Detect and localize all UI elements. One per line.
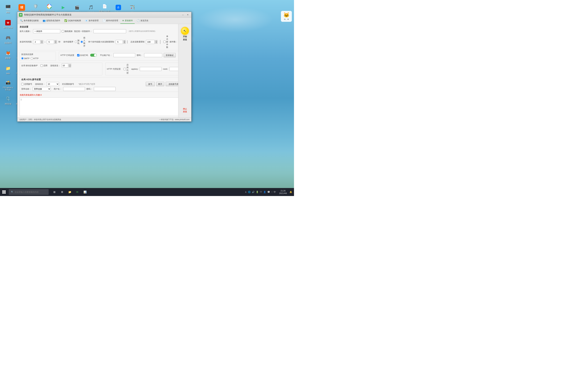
tray-ime[interactable]: 中 (273, 190, 276, 194)
log-cursor: | (21, 98, 22, 100)
reply-email-input[interactable] (94, 29, 126, 33)
desktop-icon-wps[interactable]: W WPS Office (2, 17, 14, 32)
total-max-input[interactable] (146, 40, 154, 44)
footer-left: 当前用户：1001 - 本软件禁止用于任何非法违规用途 (19, 118, 61, 121)
total-max-down[interactable]: ▼ (155, 42, 158, 44)
taskbar-search-bar[interactable]: 🔍 (9, 189, 49, 195)
dial-button[interactable]: 拨号 (146, 82, 155, 86)
tray-volume[interactable]: 🔊 (252, 190, 255, 194)
http-daima-row: HTTP 打码设置 自动打码 平台账户名： 密码： (60, 53, 188, 57)
taskbar-clock[interactable]: 21:26 2021/4/6 (278, 190, 288, 195)
group-send-tab-icon: ✈ (122, 19, 124, 22)
daima-password-input[interactable] (144, 53, 162, 57)
tray-shield[interactable]: 🛡 (260, 190, 262, 194)
adsl-password-input[interactable] (94, 87, 116, 91)
svg-rect-3 (4, 190, 6, 192)
login-verify-button[interactable]: 登录验证 (164, 53, 176, 57)
stop-label-line1[interactable]: 停止 (183, 108, 187, 110)
sender-name-input[interactable] (33, 29, 60, 33)
taskbar-task-view[interactable]: ⊞ (51, 188, 58, 196)
settings-icon: ⚙ (61, 190, 63, 194)
http-radio[interactable]: HTTP (31, 57, 39, 60)
desktop-icon-data[interactable]: 📁 data (2, 62, 14, 77)
tray-share[interactable]: ↑ (271, 190, 273, 194)
taskbar: 🔍 ⊞ ⚙ 📁 ✉ 📊 ∧ 🌐 (0, 188, 294, 196)
mobile-enable-checkbox[interactable]: 启用 (40, 64, 47, 67)
footer-right: 一米软件旗下产品 - www.yimisoft.com (159, 118, 190, 121)
tray-network[interactable]: 🌐 (248, 190, 251, 194)
tab-group-send[interactable]: ✈ 群发邮件 (120, 18, 135, 24)
desktop-icon-compress[interactable]: 🗜️ 360压缩 (2, 93, 14, 108)
mobile-continuous-input[interactable] (62, 64, 68, 68)
order-insert-label[interactable]: 插入顺序 (80, 36, 85, 47)
taskbar-yimi-btn[interactable]: 📊 (81, 188, 88, 196)
single-max-up[interactable]: ▲ (123, 40, 126, 42)
smtp-radio[interactable]: SMTP (21, 57, 30, 60)
mobile-continuous-spinners: ▲ ▼ (68, 64, 71, 67)
order-random-label[interactable]: 随机 (75, 39, 80, 45)
taskbar-search-icon: 🔍 (11, 191, 14, 193)
desktop-icon-youxi[interactable]: 🎮 花花技巧 (2, 32, 14, 47)
tray-battery[interactable]: 🔋 (256, 190, 259, 194)
total-max-up[interactable]: ▲ (155, 40, 158, 42)
close-button[interactable]: ✕ (186, 13, 190, 17)
start-send-label-line1[interactable]: 开始 (183, 35, 187, 38)
http-daima-section: HTTP 打码设置 自动打码 平台账户名： 密码： (59, 52, 189, 61)
send-settings-section: 发送设置 发件人昵称： 随机昵称 指定统一回复邮件： （收件人回复时会自动填写本… (20, 26, 189, 33)
random-nickname-checkbox[interactable]: 随机昵称 (62, 30, 72, 33)
progress-bar-container (127, 40, 128, 44)
tray-notification[interactable]: 🔔 (289, 190, 292, 194)
adsl-username-input[interactable] (63, 87, 85, 91)
tab-history[interactable]: 🕐 发送历史 (135, 18, 150, 24)
desktop-icon-network[interactable]: 🖥️ 网络 (2, 2, 14, 16)
platform-input[interactable] (114, 53, 135, 57)
mobile-continuous-up[interactable]: ▲ (68, 64, 71, 66)
interval-to-up[interactable]: ▲ (54, 40, 57, 42)
tab-outbox[interactable]: 📧 发件箱管理 (83, 18, 100, 24)
start-button[interactable] (0, 188, 8, 196)
taskbar-right: ∧ 🌐 🔊 🔋 🛡 👤 💬 ↑ 中 21:26 2021/4/6 🔔 (244, 190, 294, 195)
auto-daima-checkbox[interactable]: 自动打码 (77, 54, 88, 56)
mobile-continuous-down[interactable]: ▼ (68, 66, 71, 67)
single-max-input[interactable] (116, 40, 123, 44)
tab-search[interactable]: 🔍 条件搜索QQ邮箱 (18, 18, 40, 24)
single-count-checkbox[interactable]: 单次邮件数 (163, 35, 168, 49)
taskbar-search-input[interactable] (15, 191, 46, 193)
tray-user[interactable]: 👤 (263, 190, 266, 194)
tab-extract[interactable]: 👥 提取群成员邮件 (41, 18, 62, 24)
disconnect-button[interactable]: 断开 (156, 82, 164, 86)
interval-to-down[interactable]: ▼ (54, 42, 57, 44)
log-area: | (20, 98, 189, 116)
ime-widget[interactable]: 🐱 中。半 (281, 11, 292, 22)
desktop-scenery (0, 152, 294, 188)
protocol-radio-group: SMTP HTTP (21, 57, 54, 60)
interval-from-up[interactable]: ▲ (41, 40, 43, 42)
interval-from-input[interactable] (33, 40, 40, 44)
broadband-select[interactable]: 宽带连接 (33, 87, 51, 91)
tab-detect[interactable]: ✅ QQ收件箱检测 (62, 18, 83, 24)
desktop-icon-fscapture[interactable]: 📸 FSCapture v8.4.zip (2, 78, 14, 92)
interval-from-down[interactable]: ▼ (41, 42, 43, 44)
tray-chat[interactable]: 💬 (267, 190, 270, 194)
single-max-down[interactable]: ▼ (123, 42, 126, 44)
minimize-button[interactable]: ─ (181, 13, 185, 17)
mail-app-icon: ✉ (76, 190, 78, 194)
interval-to-input[interactable] (47, 40, 54, 44)
proxy-enable-checkbox[interactable]: 启用代理 (124, 64, 128, 74)
desktop-icon-foxmail[interactable]: 🦊 爱查查 (2, 47, 14, 62)
window-footer: 当前用户：1001 - 本软件禁止用于任何非法违规用途 一米软件旗下产品 - w… (18, 118, 191, 122)
tab-content[interactable]: 📄 邮件内容管理 (101, 18, 120, 24)
interval-label: 发送时间间隔 (20, 40, 32, 43)
send-order-radio-group: 随机 插入顺序 (75, 36, 85, 47)
adsl-enable-checkbox[interactable]: 启用拨号 (21, 83, 32, 86)
stop-label-line2[interactable]: 发送 (183, 110, 187, 113)
taskbar-settings-icon-btn[interactable]: ⚙ (58, 188, 66, 196)
daima-toggle[interactable] (90, 54, 97, 56)
start-send-label-line2[interactable]: 发送 (183, 38, 187, 41)
tray-chevron[interactable]: ∧ (245, 190, 247, 194)
taskbar-explorer-btn[interactable]: 📁 (66, 188, 73, 196)
appkey-input[interactable] (140, 67, 162, 71)
mobile-continuous-label: 连续发送： (50, 64, 60, 67)
taskbar-app-btn[interactable]: ✉ (74, 188, 81, 196)
adsl-continuous-select[interactable]: 10 (46, 82, 59, 86)
